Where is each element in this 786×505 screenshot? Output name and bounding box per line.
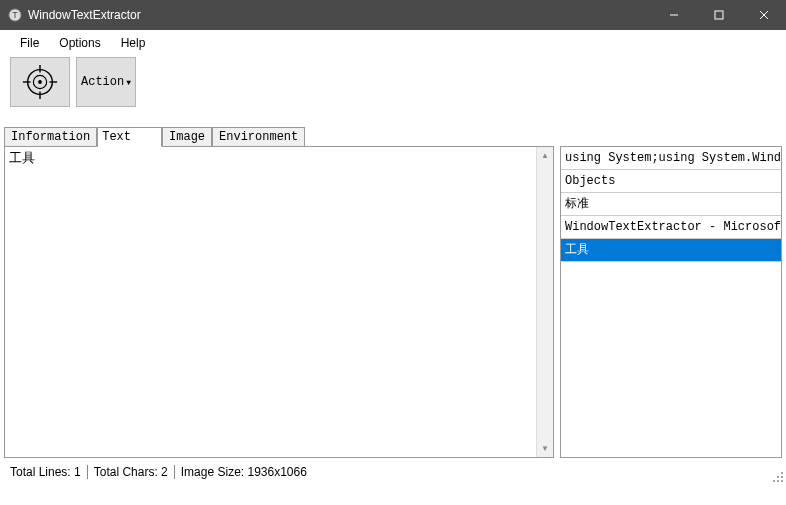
target-picker-button[interactable] xyxy=(10,57,70,107)
svg-point-15 xyxy=(781,476,783,478)
text-panel: 工具 ▲ ▼ xyxy=(4,146,554,458)
titlebar: T WindowTextExtractor xyxy=(0,0,786,30)
window-controls xyxy=(651,0,786,30)
list-item[interactable]: using System;using System.Window... xyxy=(561,147,781,170)
menu-options[interactable]: Options xyxy=(49,34,110,52)
tab-image[interactable]: Image xyxy=(162,127,212,147)
menubar: File Options Help xyxy=(0,30,786,52)
svg-text:T: T xyxy=(12,10,18,20)
list-item[interactable]: WindowTextExtractor - Microsoft ... xyxy=(561,216,781,239)
status-total-chars: Total Chars: 2 xyxy=(88,465,175,479)
content-area: 工具 ▲ ▼ using System;using System.Window.… xyxy=(0,146,786,458)
svg-rect-3 xyxy=(715,11,723,19)
svg-point-13 xyxy=(781,472,783,474)
crosshair-icon xyxy=(21,63,59,101)
minimize-button[interactable] xyxy=(651,0,696,30)
tab-environment[interactable]: Environment xyxy=(212,127,305,147)
app-icon: T xyxy=(8,8,22,22)
svg-point-18 xyxy=(781,480,783,482)
tab-text[interactable]: Text xyxy=(97,127,162,147)
scroll-up-arrow[interactable]: ▲ xyxy=(537,147,553,164)
list-item[interactable]: 标准 xyxy=(561,193,781,216)
statusbar: Total Lines: 1 Total Chars: 2 Image Size… xyxy=(0,460,786,483)
close-button[interactable] xyxy=(741,0,786,30)
action-label: Action xyxy=(81,75,124,89)
chevron-down-icon: ▼ xyxy=(126,78,131,87)
extracted-text[interactable]: 工具 xyxy=(5,147,536,457)
menu-help[interactable]: Help xyxy=(111,34,156,52)
scroll-track[interactable] xyxy=(537,164,553,440)
toolbar: Action▼ xyxy=(0,52,786,112)
list-item[interactable]: 工具 xyxy=(561,239,781,262)
svg-point-14 xyxy=(777,476,779,478)
list-item[interactable]: Objects xyxy=(561,170,781,193)
resize-grip-icon[interactable] xyxy=(770,469,784,483)
svg-point-17 xyxy=(777,480,779,482)
tab-strip: Information Text Image Environment xyxy=(0,126,786,146)
action-button[interactable]: Action▼ xyxy=(76,57,136,107)
menu-file[interactable]: File xyxy=(10,34,49,52)
svg-point-8 xyxy=(38,80,42,84)
vertical-scrollbar[interactable]: ▲ ▼ xyxy=(536,147,553,457)
status-image-size: Image Size: 1936x1066 xyxy=(175,465,313,479)
scroll-down-arrow[interactable]: ▼ xyxy=(537,440,553,457)
status-total-lines: Total Lines: 1 xyxy=(4,465,88,479)
svg-point-16 xyxy=(773,480,775,482)
window-list-panel: using System;using System.Window... Obje… xyxy=(560,146,782,458)
window-title: WindowTextExtractor xyxy=(28,8,651,22)
tab-information[interactable]: Information xyxy=(4,127,97,147)
maximize-button[interactable] xyxy=(696,0,741,30)
